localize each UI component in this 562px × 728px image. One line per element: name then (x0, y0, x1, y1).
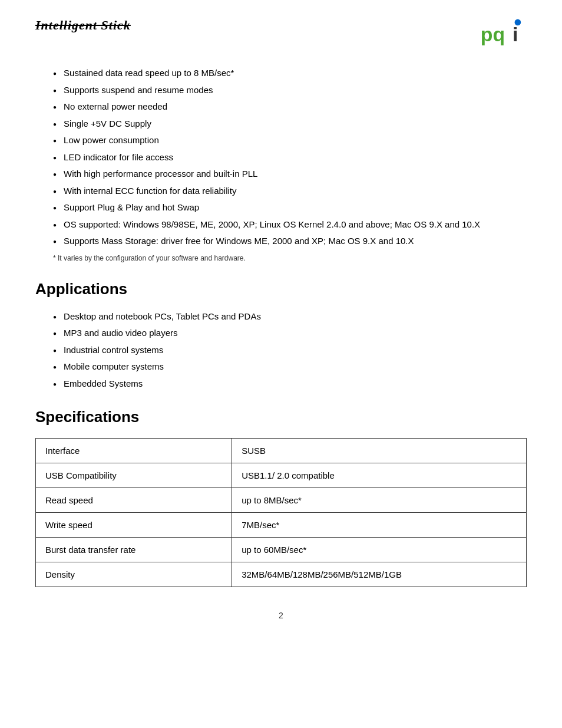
svg-text:pq: pq (481, 23, 505, 45)
feature-item: Support Plug & Play and hot Swap (53, 201, 527, 215)
table-row: Write speed7MB/sec* (36, 513, 527, 538)
page-header: Intelligent Stick pq i (35, 18, 527, 50)
spec-label: USB Compatibility (36, 463, 232, 488)
feature-item: OS supported: Windows 98/98SE, ME, 2000,… (53, 218, 527, 232)
spec-label: Interface (36, 439, 232, 463)
applications-title: Applications (35, 280, 527, 298)
svg-text:i: i (513, 23, 518, 45)
spec-value: 7MB/sec* (232, 513, 527, 538)
feature-item: LED indicator for file access (53, 151, 527, 164)
feature-item: Single +5V DC Supply (53, 117, 527, 131)
application-item: Mobile computer systems (53, 360, 527, 374)
spec-value: 32MB/64MB/128MB/256MB/512MB/1GB (232, 562, 527, 587)
spec-label: Write speed (36, 513, 232, 538)
specs-table: InterfaceSUSBUSB CompatibilityUSB1.1/ 2.… (35, 438, 527, 587)
application-item: Embedded Systems (53, 377, 527, 391)
feature-item: Supports suspend and resume modes (53, 84, 527, 97)
application-item: Desktop and notebook PCs, Tablet PCs and… (53, 310, 527, 324)
application-item: Industrial control systems (53, 344, 527, 357)
spec-label: Burst data transfer rate (36, 538, 232, 562)
feature-item: No external power needed (53, 100, 527, 114)
feature-item: With high performance processor and buil… (53, 167, 527, 181)
feature-item: Low power consumption (53, 134, 527, 147)
brand-title: Intelligent Stick (35, 18, 131, 33)
logo-container: pq i (480, 18, 527, 50)
features-list: Sustained data read speed up to 8 MB/sec… (53, 67, 527, 248)
svg-point-2 (515, 19, 521, 26)
pqi-logo-icon: pq i (480, 18, 527, 50)
spec-label: Density (36, 562, 232, 587)
spec-label: Read speed (36, 488, 232, 513)
table-row: Density32MB/64MB/128MB/256MB/512MB/1GB (36, 562, 527, 587)
feature-item: Sustained data read speed up to 8 MB/sec… (53, 67, 527, 80)
spec-value: up to 60MB/sec* (232, 538, 527, 562)
specifications-section: Specifications InterfaceSUSBUSB Compatib… (35, 408, 527, 587)
applications-section: Applications Desktop and notebook PCs, T… (35, 280, 527, 391)
page-number: 2 (35, 611, 527, 620)
spec-value: up to 8MB/sec* (232, 488, 527, 513)
spec-value: USB1.1/ 2.0 compatible (232, 463, 527, 488)
features-footnote: * It varies by the configuration of your… (53, 254, 527, 262)
table-row: Burst data transfer rateup to 60MB/sec* (36, 538, 527, 562)
spec-value: SUSB (232, 439, 527, 463)
feature-item: Supports Mass Storage: driver free for W… (53, 235, 527, 248)
application-item: MP3 and audio video players (53, 327, 527, 340)
table-row: InterfaceSUSB (36, 439, 527, 463)
feature-item: With internal ECC function for data reli… (53, 185, 527, 198)
table-row: USB CompatibilityUSB1.1/ 2.0 compatible (36, 463, 527, 488)
specifications-title: Specifications (35, 408, 527, 426)
applications-list: Desktop and notebook PCs, Tablet PCs and… (53, 310, 527, 391)
table-row: Read speedup to 8MB/sec* (36, 488, 527, 513)
